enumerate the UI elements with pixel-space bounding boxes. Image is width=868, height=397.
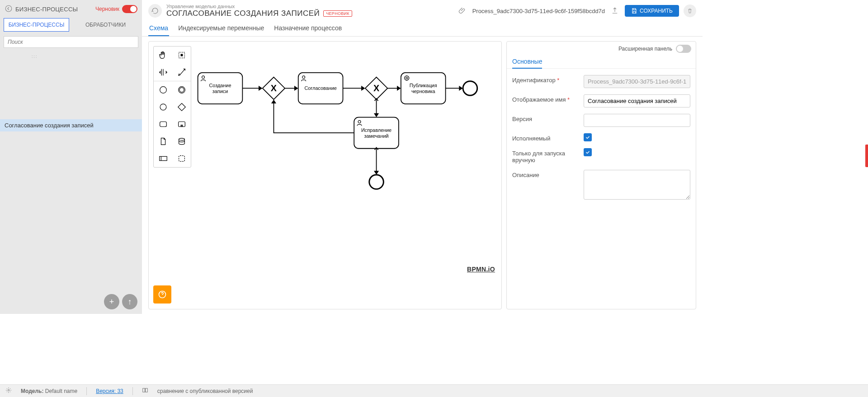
svg-point-21 <box>463 81 477 96</box>
back-icon[interactable] <box>5 5 13 14</box>
palette-end-event-icon[interactable] <box>154 98 172 116</box>
sidebar-tab-handlers[interactable]: ОБРАБОТЧИКИ <box>73 18 138 32</box>
svg-point-9 <box>179 138 184 140</box>
palette-data-object-icon[interactable] <box>154 133 172 150</box>
label-executable: Исполняемый <box>512 135 550 142</box>
svg-text:Согласование: Согласование <box>304 85 336 91</box>
bpmn-canvas[interactable]: X X <box>148 41 502 309</box>
tree-collapsed-indicator: · · ·· · · <box>0 53 142 61</box>
label-description: Описание <box>512 172 539 178</box>
export-icon[interactable] <box>609 5 620 16</box>
input-display-name[interactable] <box>584 94 690 107</box>
label-manual-only: Только для запуска <box>512 150 565 157</box>
palette-gateway-icon[interactable] <box>172 98 191 116</box>
palette-participant-icon[interactable] <box>154 150 172 167</box>
extended-panel-toggle[interactable] <box>676 45 691 53</box>
save-button[interactable]: СОХРАНИТЬ <box>625 5 679 17</box>
svg-point-0 <box>5 5 12 12</box>
tab-process-assign[interactable]: Назначение процессов <box>273 22 343 36</box>
top-header: Управление моделью данных СОГЛАСОВАНИЕ С… <box>142 0 703 20</box>
palette-data-store-icon[interactable] <box>172 133 191 150</box>
svg-rect-11 <box>179 156 184 162</box>
palette-connect-tool-icon[interactable] <box>172 64 191 81</box>
sidebar-tab-processes[interactable]: БИЗНЕС-ПРОЦЕССЫ <box>4 18 69 32</box>
bpmn-io-logo[interactable]: BPMN.iO <box>467 266 495 273</box>
svg-text:черновика: черновика <box>411 89 436 94</box>
delete-button[interactable] <box>684 5 696 17</box>
up-button[interactable]: ↑ <box>122 294 137 309</box>
attachment-icon[interactable] <box>457 5 468 16</box>
palette-hand-tool-icon[interactable] <box>154 47 172 64</box>
bpmn-diagram[interactable]: X X <box>149 42 501 309</box>
svg-text:замечаний: замечаний <box>364 133 389 139</box>
draft-badge: ЧЕРНОВИК <box>323 10 352 17</box>
svg-point-2 <box>160 87 166 93</box>
palette-start-event-icon[interactable] <box>154 81 172 98</box>
label-id: Идентификатор <box>512 77 556 84</box>
textarea-description[interactable] <box>584 170 690 200</box>
input-id[interactable] <box>584 75 690 88</box>
add-button[interactable]: + <box>104 294 119 309</box>
svg-text:Публикация: Публикация <box>410 83 437 88</box>
props-section-main: Основные <box>512 58 542 69</box>
label-version: Версия <box>512 116 532 122</box>
checkbox-executable[interactable] <box>584 133 592 141</box>
help-button[interactable] <box>153 285 171 304</box>
palette-space-tool-icon[interactable] <box>154 64 172 81</box>
draft-toggle-label: Черновик <box>95 6 119 12</box>
tab-indexed-vars[interactable]: Индексируемые переменные <box>177 22 265 36</box>
tab-scheme[interactable]: Схема <box>148 22 169 36</box>
label-display-name: Отображаемое имя <box>512 96 566 103</box>
breadcrumb: Управление моделью данных <box>166 4 352 9</box>
bpmn-palette <box>153 46 191 168</box>
svg-rect-6 <box>160 122 166 127</box>
sidebar-title: БИЗНЕС-ПРОЦЕССЫ <box>15 6 78 13</box>
refresh-icon[interactable] <box>148 4 162 18</box>
page-title: СОГЛАСОВАНИЕ СОЗДАНИЯ ЗАПИСЕЙ <box>166 9 320 18</box>
checkbox-manual-only[interactable] <box>584 148 592 156</box>
draft-toggle[interactable] <box>122 5 137 13</box>
svg-text:Создание: Создание <box>209 83 231 88</box>
properties-panel: Расширенная панель Основные Идентификато… <box>506 41 696 309</box>
tree-item-process[interactable]: Согласование создания записей <box>0 119 142 131</box>
sidebar-tree: · · ·· · · Согласование создания записей <box>0 51 142 314</box>
svg-text:Исправление: Исправление <box>361 127 392 133</box>
sidebar: БИЗНЕС-ПРОЦЕССЫ Черновик БИЗНЕС-ПРОЦЕССЫ… <box>0 0 142 314</box>
palette-subprocess-icon[interactable] <box>172 116 191 133</box>
palette-lasso-tool-icon[interactable] <box>172 47 191 64</box>
search-input[interactable] <box>4 36 138 48</box>
svg-text:X: X <box>271 83 277 93</box>
palette-intermediate-event-icon[interactable] <box>172 81 191 98</box>
extended-panel-label: Расширенная панель <box>618 46 672 52</box>
process-filename: Process_9adc7300-3d75-11ed-9c6f-159f58bc… <box>472 8 605 14</box>
svg-text:X: X <box>373 83 379 93</box>
svg-point-4 <box>179 88 184 92</box>
palette-task-icon[interactable] <box>154 116 172 133</box>
svg-text:записи: записи <box>212 89 228 94</box>
tabs: Схема Индексируемые переменные Назначени… <box>142 20 703 37</box>
svg-point-24 <box>369 175 384 189</box>
palette-group-icon[interactable] <box>172 150 191 167</box>
svg-rect-10 <box>159 156 167 160</box>
input-version[interactable] <box>584 114 690 127</box>
svg-point-5 <box>160 104 166 110</box>
